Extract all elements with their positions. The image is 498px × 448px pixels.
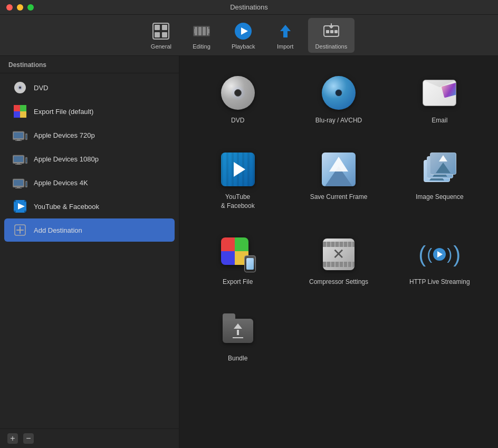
dest-save-frame-label: Save Current Frame [310,193,368,202]
export-file-sidebar-icon [13,104,27,119]
dest-youtube-label: YouTube& Facebook [221,193,255,211]
window-controls [6,4,34,11]
destinations-label: Destinations [315,43,348,50]
svg-rect-20 [334,30,338,33]
dest-save-frame-icon [320,150,358,188]
sidebar-item-apple-1080p[interactable]: Apple Devices 1080p [4,147,175,170]
svg-rect-1 [155,25,160,30]
svg-rect-8 [203,27,206,35]
dest-item-youtube[interactable]: YouTube& Facebook [190,143,285,218]
dest-item-bluray[interactable]: Blu-ray / AVCHD [291,66,386,132]
maximize-button[interactable] [27,4,34,11]
svg-rect-11 [194,33,195,35]
add-item-button[interactable]: + [7,433,18,444]
toolbar-item-general[interactable]: General [143,18,179,53]
close-button[interactable] [6,4,13,11]
destinations-icon [321,21,341,41]
dest-youtube-icon [219,150,257,188]
sidebar-item-add-destination[interactable]: Add Destination [4,218,175,242]
sidebar-item-dvd[interactable]: DVD [4,76,175,99]
dest-hls-icon: ( ( ) ) [420,235,458,273]
general-label: General [151,43,171,50]
sidebar-items: DVD Export File (default) [0,73,179,428]
dest-item-save-frame[interactable]: Save Current Frame [291,143,386,218]
svg-rect-4 [162,32,167,37]
dest-item-bundle[interactable]: Bundle [190,304,285,370]
dest-item-dvd[interactable]: DVD [190,66,285,132]
svg-rect-19 [330,30,333,33]
svg-rect-33 [26,135,27,139]
playback-label: Playback [232,43,255,50]
svg-rect-37 [15,164,22,165]
toolbar: General Editing Playback [0,15,498,56]
sidebar-4k-label: Apple Devices 4K [34,179,88,187]
sidebar-item-export-file[interactable]: Export File (default) [4,100,175,123]
sidebar-item-apple-4k[interactable]: Apple Devices 4K [4,171,175,194]
sidebar-youtube-label: YouTube & Facebook [34,203,99,211]
svg-rect-7 [198,27,202,35]
minimize-button[interactable] [17,4,23,11]
svg-marker-16 [280,25,291,37]
destination-grid: DVD Blu-ray / AVCHD Email [190,66,487,370]
dest-item-email[interactable]: Email [392,66,487,132]
sidebar-item-apple-720p[interactable]: Apple Devices 720p [4,123,175,147]
remove-item-button[interactable]: − [23,433,34,444]
sidebar-item-youtube[interactable]: YouTube & Facebook [4,195,175,218]
title-bar: Destinations [0,0,498,15]
window-title: Destinations [230,3,268,11]
svg-rect-49 [24,200,26,202]
svg-rect-48 [14,200,16,202]
sidebar-header: Destinations [0,56,179,73]
dest-image-sequence-icon [420,150,458,188]
svg-rect-24 [14,105,20,111]
svg-rect-45 [26,182,27,186]
svg-rect-41 [14,180,23,186]
svg-rect-29 [14,132,23,138]
dest-item-export-file[interactable]: Export File [190,228,285,294]
dvd-sidebar-icon [13,80,27,95]
add-destination-icon [13,223,27,237]
dest-export-file-icon [219,235,257,273]
svg-rect-13 [208,33,209,35]
destination-panel: DVD Blu-ray / AVCHD Email [179,56,498,448]
import-label: Import [277,43,293,50]
sidebar-720p-label: Apple Devices 720p [34,131,95,139]
toolbar-item-editing[interactable]: Editing [184,18,219,53]
playback-icon [233,21,253,41]
youtube-sidebar-icon [13,199,27,214]
dest-dvd-label: DVD [231,116,244,125]
sidebar: Destinations DVD [0,56,179,448]
svg-rect-25 [20,105,26,111]
svg-rect-12 [208,27,209,29]
svg-rect-27 [20,111,26,118]
dest-bundle-icon [219,312,257,350]
sidebar-export-label: Export File (default) [34,108,93,116]
toolbar-item-import[interactable]: Import [268,18,303,53]
dest-item-image-sequence[interactable]: Image Sequence [392,143,487,218]
dest-compressor-icon: ✕ [320,235,358,273]
editing-icon [191,21,212,41]
dest-image-sequence-label: Image Sequence [416,193,464,202]
svg-rect-3 [162,25,167,30]
svg-rect-51 [24,211,26,213]
dest-bundle-label: Bundle [228,354,247,363]
dest-dvd-icon [219,74,257,112]
apple-1080p-sidebar-icon [13,151,27,166]
dest-bluray-icon [320,74,358,112]
import-icon [275,21,295,41]
toolbar-item-destinations[interactable]: Destinations [308,18,355,53]
svg-rect-35 [14,156,23,162]
svg-rect-39 [26,158,27,163]
dest-item-compressor[interactable]: ✕ Compressor Settings [291,228,386,294]
main-content: Destinations DVD [0,56,498,448]
apple-720p-sidebar-icon [13,128,27,142]
svg-rect-2 [155,32,160,37]
sidebar-1080p-label: Apple Devices 1080p [34,155,99,163]
toolbar-item-playback[interactable]: Playback [224,18,263,53]
dest-item-hls[interactable]: ( ( ) ) HTTP Live Streaming [392,228,487,294]
dest-bluray-label: Blu-ray / AVCHD [315,116,362,125]
dest-email-icon [420,74,458,112]
dest-compressor-label: Compressor Settings [309,278,368,287]
dest-hls-label: HTTP Live Streaming [409,278,470,287]
editing-label: Editing [193,43,210,50]
